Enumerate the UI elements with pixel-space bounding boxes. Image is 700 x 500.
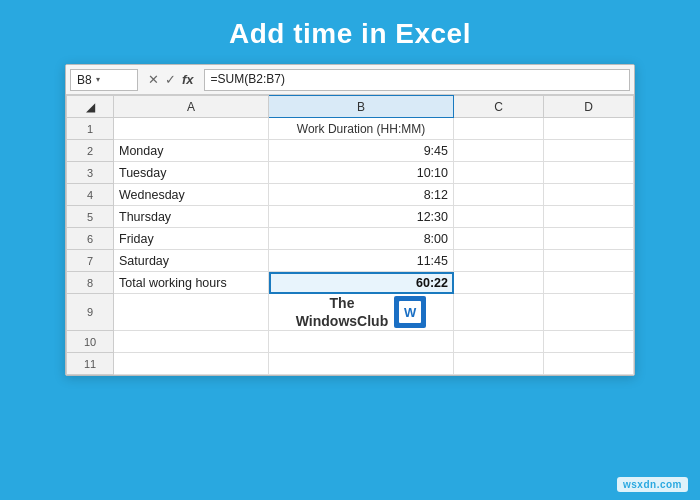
cell-b10[interactable] (269, 331, 454, 353)
page-container: Add time in Excel B8 ▾ ✕ ✓ fx =SUM(B2:B7… (0, 0, 700, 500)
row-num-10: 10 (67, 331, 114, 353)
page-title: Add time in Excel (229, 18, 471, 50)
table-row: 4 Wednesday 8:12 (67, 184, 634, 206)
table-row-selected: 8 Total working hours 60:22 (67, 272, 634, 294)
cell-b11[interactable] (269, 353, 454, 375)
site-badge: wsxdn.com (617, 477, 688, 492)
row-num-4: 4 (67, 184, 114, 206)
row-num-7: 7 (67, 250, 114, 272)
row-num-1: 1 (67, 118, 114, 140)
cell-d2[interactable] (544, 140, 634, 162)
cell-a4[interactable]: Wednesday (114, 184, 269, 206)
row-num-2: 2 (67, 140, 114, 162)
cell-c5[interactable] (454, 206, 544, 228)
row-num-8: 8 (67, 272, 114, 294)
cell-d11[interactable] (544, 353, 634, 375)
cell-d8[interactable] (544, 272, 634, 294)
cell-a9[interactable] (114, 294, 269, 331)
formula-input[interactable]: =SUM(B2:B7) (204, 69, 630, 91)
cell-b7[interactable]: 11:45 (269, 250, 454, 272)
cell-b5[interactable]: 12:30 (269, 206, 454, 228)
cell-a6[interactable]: Friday (114, 228, 269, 250)
logo-inner: W (399, 301, 421, 323)
cell-a10[interactable] (114, 331, 269, 353)
logo-w-letter: W (404, 305, 416, 320)
cell-c11[interactable] (454, 353, 544, 375)
cell-b1[interactable]: Work Duration (HH:MM) (269, 118, 454, 140)
table-row-watermark: 9 The WindowsClub W (67, 294, 634, 331)
formula-icons-group: ✕ ✓ fx (142, 72, 200, 87)
cell-c10[interactable] (454, 331, 544, 353)
cell-a5[interactable]: Thursday (114, 206, 269, 228)
cell-a1[interactable] (114, 118, 269, 140)
table-row: 11 (67, 353, 634, 375)
cell-c8[interactable] (454, 272, 544, 294)
cell-ref-label: B8 (77, 73, 92, 87)
table-row: 5 Thursday 12:30 (67, 206, 634, 228)
formula-bar: B8 ▾ ✕ ✓ fx =SUM(B2:B7) (66, 65, 634, 95)
cell-c1[interactable] (454, 118, 544, 140)
cell-c2[interactable] (454, 140, 544, 162)
col-header-a[interactable]: A (114, 96, 269, 118)
cell-b6[interactable]: 8:00 (269, 228, 454, 250)
table-row: 1 Work Duration (HH:MM) (67, 118, 634, 140)
cell-c6[interactable] (454, 228, 544, 250)
cell-a7[interactable]: Saturday (114, 250, 269, 272)
cell-b2[interactable]: 9:45 (269, 140, 454, 162)
cell-c4[interactable] (454, 184, 544, 206)
table-row: 7 Saturday 11:45 (67, 250, 634, 272)
watermark-text: The WindowsClub (296, 294, 388, 330)
column-header-row: ◢ A B C D (67, 96, 634, 118)
watermark-content: The WindowsClub W (269, 294, 453, 330)
data-table: ◢ A B C D 1 Work Duration (HH:MM) (66, 95, 634, 375)
table-row: 3 Tuesday 10:10 (67, 162, 634, 184)
cell-a11[interactable] (114, 353, 269, 375)
table-row: 10 (67, 331, 634, 353)
col-header-b[interactable]: B (269, 96, 454, 118)
cell-d1[interactable] (544, 118, 634, 140)
cell-d6[interactable] (544, 228, 634, 250)
windowsclub-logo: W (394, 296, 426, 328)
cancel-formula-icon[interactable]: ✕ (146, 72, 161, 87)
cell-d4[interactable] (544, 184, 634, 206)
watermark-cell: The WindowsClub W (269, 294, 454, 331)
cell-reference-box[interactable]: B8 ▾ (70, 69, 138, 91)
cell-d9[interactable] (544, 294, 634, 331)
cell-d5[interactable] (544, 206, 634, 228)
cell-c7[interactable] (454, 250, 544, 272)
cell-b8[interactable]: 60:22 (269, 272, 454, 294)
col-header-d[interactable]: D (544, 96, 634, 118)
row-num-6: 6 (67, 228, 114, 250)
row-num-11: 11 (67, 353, 114, 375)
spreadsheet-container: B8 ▾ ✕ ✓ fx =SUM(B2:B7) ◢ A B C D (65, 64, 635, 376)
cell-c9[interactable] (454, 294, 544, 331)
table-row: 2 Monday 9:45 (67, 140, 634, 162)
table-row: 6 Friday 8:00 (67, 228, 634, 250)
cell-c3[interactable] (454, 162, 544, 184)
row-num-5: 5 (67, 206, 114, 228)
corner-header: ◢ (67, 96, 114, 118)
cell-a8[interactable]: Total working hours (114, 272, 269, 294)
cell-a2[interactable]: Monday (114, 140, 269, 162)
cell-d7[interactable] (544, 250, 634, 272)
cell-b3[interactable]: 10:10 (269, 162, 454, 184)
row-num-9: 9 (67, 294, 114, 331)
col-header-c[interactable]: C (454, 96, 544, 118)
cell-a3[interactable]: Tuesday (114, 162, 269, 184)
cell-d3[interactable] (544, 162, 634, 184)
confirm-formula-icon[interactable]: ✓ (163, 72, 178, 87)
row-num-3: 3 (67, 162, 114, 184)
cell-b4[interactable]: 8:12 (269, 184, 454, 206)
cell-d10[interactable] (544, 331, 634, 353)
fx-icon[interactable]: fx (180, 72, 196, 87)
cell-ref-dropdown-icon: ▾ (96, 75, 100, 84)
spreadsheet-grid: ◢ A B C D 1 Work Duration (HH:MM) (66, 95, 634, 375)
